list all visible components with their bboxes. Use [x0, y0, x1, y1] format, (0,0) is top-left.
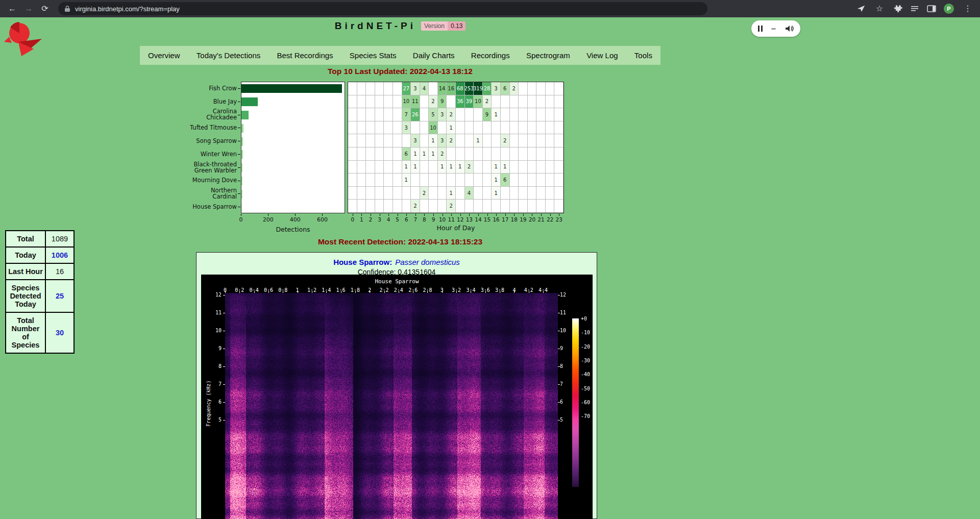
heatmap-cell	[528, 134, 537, 147]
heatmap-cell	[501, 187, 510, 200]
x-tick	[380, 214, 380, 216]
detection-species-link[interactable]: House Sparrow:	[333, 258, 392, 266]
heatmap-cell	[456, 147, 465, 161]
detection-scientific-name[interactable]: Passer domesticus	[395, 258, 460, 266]
x-tick	[353, 214, 353, 216]
heatmap-cell: 1	[447, 187, 456, 200]
heatmap-cell	[429, 161, 438, 174]
spectrogram-tick-mark	[471, 291, 471, 293]
x-tick	[388, 214, 389, 216]
heatmap-cell	[393, 161, 402, 174]
nav-view-log[interactable]: View Log	[586, 51, 618, 60]
species-label-house-sparrow: House Sparrow	[179, 200, 237, 213]
species-label-winter-wren: Winter Wren	[179, 147, 237, 161]
reload-icon[interactable]: ⟳	[39, 0, 51, 17]
detections-bar	[241, 137, 243, 146]
heatmap-cell	[483, 174, 492, 187]
stats-value-total-number-of-species[interactable]: 30	[45, 312, 74, 353]
heatmap-cell	[366, 134, 375, 147]
x-tick-label: 600	[317, 216, 328, 223]
spectrogram-tick-mark	[239, 291, 240, 293]
heatmap-cell	[456, 200, 465, 213]
spectrogram-tick-mark	[223, 366, 225, 367]
heatmap-cell: 1	[420, 147, 429, 161]
heatmap-cell	[519, 174, 528, 187]
spectrogram-freq-tick-left: 6	[208, 399, 222, 405]
heatmap-cell	[375, 161, 384, 174]
heatmap-cell	[393, 134, 402, 147]
send-icon[interactable]	[856, 4, 866, 13]
heatmap-cell	[393, 187, 402, 200]
nav-overview[interactable]: Overview	[148, 51, 180, 60]
side-panel-icon[interactable]	[927, 5, 936, 13]
y-tick	[238, 88, 240, 89]
x-tick	[478, 214, 479, 216]
heatmap-cell	[554, 134, 564, 147]
recent-detection-panel: House Sparrow:Passer domesticus Confiden…	[196, 252, 597, 519]
x-tick	[241, 214, 241, 216]
menu-kebab-icon[interactable]: ⋮	[962, 0, 974, 17]
spectrogram-freq-tick-left: 9	[208, 345, 222, 351]
forward-icon[interactable]: →	[22, 0, 35, 17]
stats-row-last-hour: Last Hour16	[6, 263, 74, 280]
reading-list-icon[interactable]	[910, 5, 919, 13]
heatmap-cell: 3	[411, 134, 420, 147]
profile-avatar[interactable]: P	[944, 4, 954, 14]
colorbar-label: -70	[581, 413, 590, 419]
colorbar-label: -30	[581, 358, 590, 363]
heatmap-cell	[510, 134, 519, 147]
x-tick	[361, 214, 362, 216]
spectrogram-tick-mark	[312, 291, 312, 293]
hour-tick-label: 5	[396, 216, 399, 223]
heatmap-cell	[393, 108, 402, 121]
heatmap-cell	[519, 108, 528, 121]
heatmap-cell	[384, 121, 393, 135]
pause-button[interactable]	[758, 26, 763, 32]
nav-spectrogram[interactable]: Spectrogram	[526, 51, 570, 60]
hour-tick-label: 2	[369, 216, 373, 223]
url-bar[interactable]: virginia.birdnetpi.com/?stream=play	[58, 2, 707, 15]
nav-best-recordings[interactable]: Best Recordings	[277, 51, 333, 60]
heatmap-cell: 1	[438, 161, 447, 174]
species-label-black-throated-green-warbler: Black-throatedGreen Warbler	[179, 161, 237, 174]
heatmap-cell: 9	[438, 95, 447, 109]
audio-player[interactable]	[751, 20, 800, 37]
extensions-puzzle-icon[interactable]	[893, 4, 902, 13]
x-tick	[398, 214, 398, 216]
stats-value-species-detected-today[interactable]: 25	[45, 280, 74, 312]
nav-today-s-detections[interactable]: Today's Detections	[197, 51, 260, 60]
heatmap-cell: 1	[501, 161, 510, 174]
stats-value-last-hour: 16	[45, 263, 74, 280]
heatmap-cell	[510, 174, 519, 187]
hour-tick-label: 13	[466, 216, 473, 223]
heatmap-cell	[456, 187, 465, 200]
heatmap-cell: 68	[456, 82, 465, 95]
heatmap-cell	[546, 82, 555, 95]
x-tick-label: 200	[263, 216, 274, 223]
heatmap-cell	[483, 121, 492, 135]
audio-progress	[771, 28, 776, 30]
heatmap-cell	[366, 108, 375, 121]
heatmap-cell	[420, 121, 429, 135]
heatmap-cell	[501, 108, 510, 121]
volume-icon[interactable]	[785, 25, 794, 32]
nav-daily-charts[interactable]: Daily Charts	[413, 51, 455, 60]
heatmap-cell	[536, 134, 546, 147]
stats-value-today[interactable]: 1006	[45, 247, 74, 263]
bookmark-star-icon[interactable]: ☆	[873, 0, 886, 17]
heatmap-cell	[357, 147, 366, 161]
heatmap-cell	[483, 161, 492, 174]
nav-recordings[interactable]: Recordings	[471, 51, 510, 60]
detections-bar	[241, 111, 249, 119]
spectrogram-image	[225, 293, 558, 519]
spectrogram-tick-mark	[413, 291, 413, 293]
spectrogram-tick-mark	[399, 291, 399, 293]
hour-tick-label: 15	[484, 216, 491, 223]
heatmap-cell: 4	[420, 82, 429, 95]
heatmap-cell	[465, 108, 474, 121]
heatmap-cell	[357, 95, 366, 109]
nav-tools[interactable]: Tools	[634, 51, 652, 60]
back-icon[interactable]: ←	[6, 0, 18, 17]
version-badge: Version 0.13	[421, 21, 465, 31]
nav-species-stats[interactable]: Species Stats	[350, 51, 397, 60]
